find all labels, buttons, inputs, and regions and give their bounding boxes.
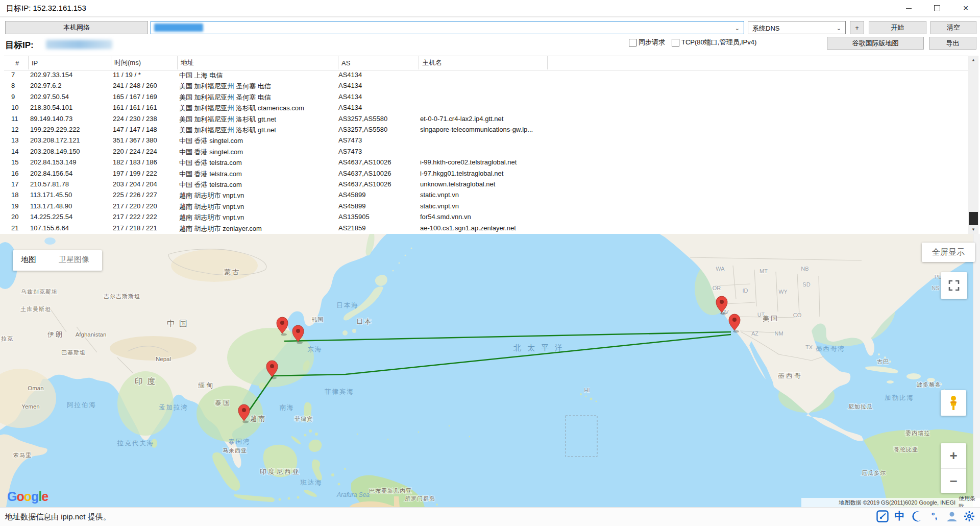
zoom-out-button[interactable]: − <box>941 468 966 493</box>
gear-icon[interactable] <box>962 509 976 523</box>
map-label: 印度尼西亚 <box>260 468 301 475</box>
as-cell: AS45899 <box>338 202 366 210</box>
table-scrollbar[interactable]: ▲ ▼ <box>968 56 978 234</box>
clear-button[interactable]: 清空 <box>930 21 976 34</box>
table-row[interactable]: 14203.208.149.150220 / 224 / 224中国 香港 si… <box>4 147 964 157</box>
as-cell: AS4134 <box>338 71 362 79</box>
hop-cell: 20 <box>11 213 18 221</box>
address-cell: 越南 胡志明市 zenlayer.com <box>179 224 262 233</box>
tab-map[interactable]: 地图 <box>21 255 36 265</box>
map-label: ID <box>743 288 748 294</box>
table-row[interactable]: 15202.84.153.149182 / 183 / 186中国 香港 tel… <box>4 157 964 168</box>
export-button[interactable]: 导出 <box>929 37 976 50</box>
map-label: 所罗门群岛 <box>405 495 435 501</box>
aral-sea <box>44 237 56 245</box>
tcp-checkbox[interactable]: TCP(80端口,管理员,IPv4) <box>672 38 756 47</box>
table-row[interactable]: 10218.30.54.101161 / 161 / 161美国 加利福尼亚州 … <box>4 103 964 113</box>
redacted-target-ip <box>46 40 112 49</box>
table-row[interactable]: 18113.171.45.50225 / 226 / 227越南 胡志明市 vn… <box>4 190 964 201</box>
ip-cell: 203.208.149.150 <box>30 148 80 155</box>
scrollbar-thumb[interactable] <box>969 212 978 226</box>
time-cell: 224 / 230 / 238 <box>113 115 157 123</box>
maximize-button[interactable] <box>923 0 951 16</box>
night-mode-icon[interactable] <box>910 509 924 523</box>
map-label: 拉克代夫海 <box>117 440 155 447</box>
time-cell: 351 / 367 / 380 <box>113 136 157 144</box>
table-row[interactable]: 7202.97.33.15411 / 19 / *中国 上海 电信AS4134 <box>4 70 964 81</box>
map-label: 班达海 <box>300 479 323 486</box>
checkbox-icon[interactable] <box>672 39 679 46</box>
column-header-#[interactable]: # <box>12 56 29 69</box>
hop-cell: 8 <box>11 82 15 89</box>
hostname-cell: unknown.telstraglobal.net <box>420 180 495 188</box>
table-row[interactable]: 21107.155.6.64217 / 218 / 221越南 胡志明市 zen… <box>4 223 964 234</box>
map-label: TX <box>805 344 813 350</box>
column-header-AS[interactable]: AS <box>338 56 419 69</box>
column-header-地址[interactable]: 地址 <box>178 56 338 69</box>
time-cell: 217 / 222 / 222 <box>113 213 157 221</box>
table-row[interactable]: 13203.208.172.121351 / 367 / 380中国 香港 si… <box>4 135 964 146</box>
minimize-button[interactable] <box>894 0 923 16</box>
speed-test-icon[interactable] <box>875 509 889 523</box>
hop-cell: 11 <box>11 115 18 123</box>
local-network-button[interactable]: 本机网络 <box>5 21 148 34</box>
map-label: MT <box>760 268 768 274</box>
map-label: 波多黎各 <box>917 381 941 388</box>
fullscreen-display-button[interactable]: 全屏显示 <box>922 243 975 262</box>
scroll-down-icon[interactable]: ▼ <box>968 225 978 234</box>
map-label: 尼加拉瓜 <box>848 403 873 410</box>
table-row[interactable]: 9202.97.50.54165 / 167 / 169美国 加利福尼亚州 圣何… <box>4 92 964 103</box>
google-intl-map-button[interactable]: 谷歌国际版地图 <box>827 37 924 50</box>
column-header-spacer[interactable] <box>548 56 968 69</box>
hop-cell: 10 <box>11 104 18 111</box>
scroll-up-icon[interactable]: ▲ <box>968 56 978 64</box>
table-row[interactable]: 16202.84.156.54197 / 199 / 222中国 香港 tels… <box>4 169 964 179</box>
degree-comma-icon[interactable]: °, <box>927 509 941 523</box>
time-cell: 182 / 183 / 186 <box>113 158 157 166</box>
hostname-cell: i-97.hkgg01.telstraglobal.net <box>420 170 503 177</box>
google-logo: Google <box>7 489 48 504</box>
map-scroll-strip[interactable] <box>973 234 980 507</box>
map-fullscreen-button[interactable] <box>941 272 967 299</box>
as-cell: AS4134 <box>338 104 362 111</box>
map-label: WA <box>716 266 725 272</box>
table-row[interactable]: 8202.97.6.2241 / 248 / 260美国 加利福尼亚州 圣何塞 … <box>4 81 964 91</box>
maximize-icon <box>934 5 940 11</box>
time-cell: 217 / 220 / 220 <box>113 202 157 210</box>
user-icon[interactable] <box>945 509 959 523</box>
tab-satellite[interactable]: 卫星图像 <box>59 255 89 265</box>
terms-link[interactable]: 使用条款 <box>959 498 980 507</box>
chevron-down-icon[interactable]: ⌄ <box>735 25 740 32</box>
pegman-button[interactable] <box>941 390 966 416</box>
column-header-时间(ms)[interactable]: 时间(ms) <box>111 56 178 69</box>
start-button[interactable]: 开始 <box>869 21 926 34</box>
as-cell: AS4134 <box>338 82 362 89</box>
table-row[interactable]: 17210.57.81.78203 / 204 / 204中国 香港 telst… <box>4 179 964 190</box>
sync-request-checkbox[interactable]: 同步请求 <box>629 38 665 47</box>
table-row[interactable]: 2014.225.225.54217 / 222 / 222越南 胡志明市 vn… <box>4 212 964 223</box>
address-cell: 越南 胡志明市 vnpt.vn <box>179 202 244 211</box>
map-label: 阿拉伯海 <box>67 401 96 409</box>
table-row[interactable]: 1189.149.140.73224 / 230 / 238美国 加利福尼亚州 … <box>4 114 964 125</box>
column-header-主机名[interactable]: 主机名 <box>419 56 548 69</box>
toolbar: 本机网络 ⌄ 系统DNS ⌄ + 开始 清空 目标IP: 同步请求 TCP(80… <box>0 17 980 56</box>
dns-select[interactable]: 系统DNS ⌄ <box>748 21 846 34</box>
table-header-row: #IP时间(ms)地址AS主机名 <box>4 56 968 70</box>
close-button[interactable]: ✕ <box>951 0 980 16</box>
target-combobox[interactable]: ⌄ <box>151 21 744 34</box>
redacted-ip-selection <box>154 23 203 32</box>
map-label: Nepal <box>156 356 171 362</box>
table-row[interactable]: 12199.229.229.222147 / 147 / 148美国 加利福尼亚… <box>4 125 964 135</box>
map-label: 土库曼斯坦 <box>20 306 51 312</box>
google-logo-letter: g <box>31 489 38 504</box>
zoom-in-button[interactable]: + <box>941 443 966 468</box>
column-header-IP[interactable]: IP <box>29 56 111 69</box>
chinese-lang-icon[interactable]: 中 <box>893 509 906 523</box>
checkbox-icon[interactable] <box>629 39 636 46</box>
ip-cell: 202.97.33.154 <box>30 71 72 79</box>
table-row[interactable]: 19113.171.48.90217 / 220 / 220越南 胡志明市 vn… <box>4 201 964 212</box>
ip-cell: 202.84.156.54 <box>30 170 72 177</box>
status-text: 地址数据信息由 ipip.net 提供。 <box>5 512 111 522</box>
map-canvas[interactable]: 蒙古中国韩国日本日本海东海伊朗拉克Afghanistan巴基斯坦Nepal印度缅… <box>0 234 980 507</box>
add-button[interactable]: + <box>850 21 864 34</box>
